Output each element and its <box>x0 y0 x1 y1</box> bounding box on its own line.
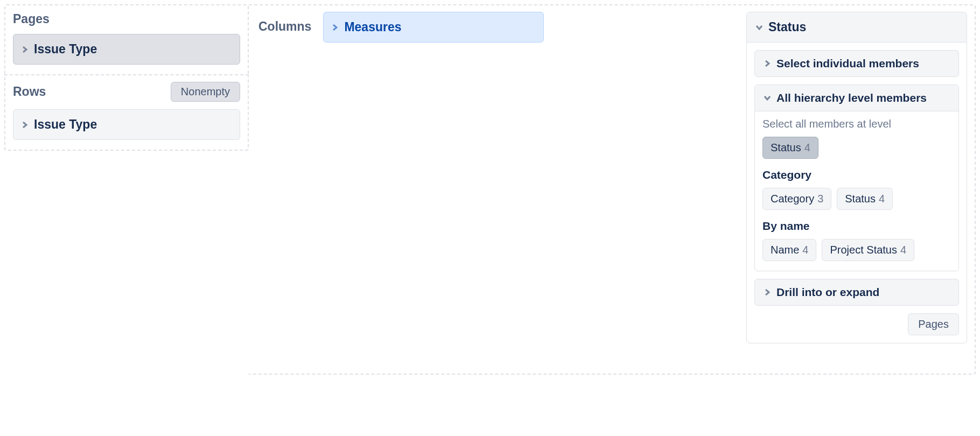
rows-item-issue-type[interactable]: Issue Type <box>13 109 240 140</box>
level-chip-status[interactable]: Status 4 <box>762 137 818 159</box>
byname-chip-name[interactable]: Name 4 <box>762 239 816 261</box>
byname-chip-project-status[interactable]: Project Status 4 <box>822 239 914 261</box>
rows-item-label: Issue Type <box>34 117 97 132</box>
hierarchy-header[interactable]: All hierarchy level members <box>755 85 958 111</box>
chip-count: 4 <box>802 244 808 256</box>
chip-count: 3 <box>817 193 823 205</box>
drill-into-expand[interactable]: Drill into or expand <box>754 279 959 306</box>
chip-label: Project Status <box>830 244 897 256</box>
level-status-row: Status 4 <box>762 137 951 159</box>
chevron-right-icon <box>19 44 31 55</box>
select-members-label: Select individual members <box>776 57 919 70</box>
pages-item-issue-type[interactable]: Issue Type <box>13 34 240 65</box>
status-panel-header[interactable]: Status <box>747 12 967 43</box>
category-chip-status[interactable]: Status 4 <box>837 188 893 210</box>
pages-zone: Pages Issue Type <box>4 4 249 74</box>
category-chip-category[interactable]: Category 3 <box>762 188 831 210</box>
hierarchy-box: All hierarchy level members Select all m… <box>754 85 959 271</box>
chevron-right-icon <box>19 119 31 131</box>
status-panel-title: Status <box>768 20 806 34</box>
pages-item-label: Issue Type <box>34 42 97 57</box>
rows-title: Rows <box>13 85 46 99</box>
drill-label: Drill into or expand <box>776 286 879 299</box>
select-individual-members[interactable]: Select individual members <box>754 50 959 77</box>
category-heading: Category <box>762 168 951 181</box>
status-panel: Status Select individual members <box>746 12 967 343</box>
byname-chip-row: Name 4 Project Status 4 <box>762 239 951 261</box>
chip-label: Status <box>845 193 876 205</box>
chip-count: 4 <box>900 244 906 256</box>
columns-item-label: Measures <box>344 20 401 34</box>
chevron-right-icon <box>761 58 773 69</box>
status-panel-body: Select individual members All hierarchy … <box>747 43 967 343</box>
columns-item-measures[interactable]: Measures <box>323 12 544 43</box>
hierarchy-label: All hierarchy level members <box>776 92 927 104</box>
nonempty-button[interactable]: Nonempty <box>171 82 240 102</box>
left-column: Pages Issue Type Rows Nonempty Issue Typ… <box>4 4 249 375</box>
chip-label: Category <box>771 193 814 205</box>
chevron-down-icon <box>761 92 773 104</box>
byname-heading: By name <box>762 220 951 233</box>
category-chip-row: Category 3 Status 4 <box>762 188 951 210</box>
chip-count: 4 <box>879 193 885 205</box>
chip-count: 4 <box>804 142 810 154</box>
hierarchy-body: Select all members at level Status 4 Cat… <box>755 111 958 271</box>
chip-label: Name <box>771 244 799 256</box>
pages-title: Pages <box>13 12 240 26</box>
pages-button[interactable]: Pages <box>908 313 959 335</box>
chevron-right-icon <box>761 286 773 298</box>
report-builder: Pages Issue Type Rows Nonempty Issue Typ… <box>4 4 976 375</box>
columns-zone: Columns Measures Status <box>249 4 976 375</box>
chevron-down-icon <box>753 22 765 33</box>
columns-row: Columns Measures Status <box>258 12 967 343</box>
helper-text: Select all members at level <box>762 118 951 130</box>
chip-label: Status <box>771 142 801 154</box>
status-footer: Pages <box>754 313 959 335</box>
rows-header: Rows Nonempty <box>13 82 240 102</box>
columns-title: Columns <box>258 12 311 34</box>
rows-zone: Rows Nonempty Issue Type <box>4 74 249 151</box>
chevron-right-icon <box>329 22 341 33</box>
